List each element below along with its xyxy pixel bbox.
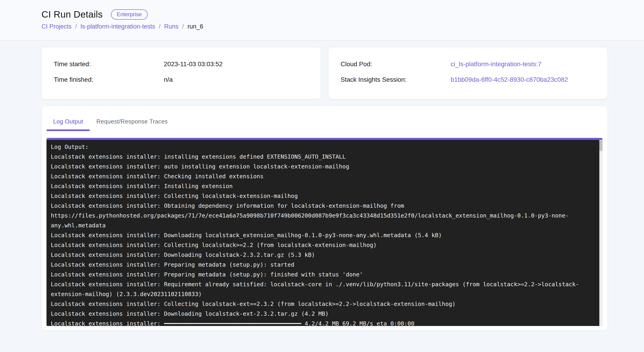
log-line: Localstack extensions installer: auto in…: [51, 162, 596, 171]
session-card: Cloud Pod: ci_ls-platform-integration-te…: [328, 47, 608, 99]
log-line: Localstack extensions installer: Obtaini…: [51, 201, 596, 211]
log-line: any.whl.metadata: [51, 221, 596, 230]
log-line: Localstack extensions installer: Downloa…: [51, 250, 596, 260]
main-content: Time started: 2023-11-03 03:03:52 Time f…: [0, 41, 644, 330]
breadcrumb-link-runs[interactable]: Runs: [164, 23, 178, 30]
log-line: Localstack extensions installer: Checkin…: [51, 171, 596, 181]
log-line: Log Output:: [51, 142, 596, 152]
time-started-value: 2023-11-03 03:03:52: [164, 61, 223, 68]
log-scrollbar-thumb[interactable]: [599, 140, 602, 151]
info-cards-row: Time started: 2023-11-03 03:03:52 Time f…: [42, 47, 608, 99]
breadcrumb-link-ci-projects[interactable]: CI Projects: [42, 23, 72, 30]
cloud-pod-row: Cloud Pod: ci_ls-platform-integration-te…: [341, 61, 598, 68]
log-card: Log Output Request/Response Traces Log O…: [42, 106, 608, 330]
breadcrumb: CI Projects / ls-platform-integration-te…: [42, 23, 644, 30]
tab-request-response-traces-label: Request/Response Traces: [96, 118, 168, 125]
time-finished-value: n/a: [164, 76, 173, 83]
breadcrumb-separator: /: [159, 23, 161, 30]
log-line: Localstack extensions installer: Collect…: [51, 240, 596, 250]
log-line: Localstack extensions installer: Collect…: [51, 191, 596, 201]
log-line: Localstack extensions installer: Downloa…: [51, 230, 596, 240]
breadcrumb-link-project[interactable]: ls-platform-integration-tests: [81, 23, 155, 30]
page-header: CI Run Details Enterprise CI Projects / …: [0, 0, 644, 41]
time-finished-label: Time finished:: [54, 76, 164, 83]
time-started-row: Time started: 2023-11-03 03:03:52: [54, 61, 312, 68]
breadcrumb-separator: /: [182, 23, 184, 30]
active-tab-indicator: [46, 129, 90, 131]
stack-insights-session-label: Stack Insights Session:: [341, 76, 451, 83]
run-times-card: Time started: 2023-11-03 03:03:52 Time f…: [42, 47, 321, 99]
log-line: Localstack extensions installer: Require…: [51, 279, 596, 289]
cloud-pod-link[interactable]: ci_ls-platform-integration-tests:7: [451, 61, 542, 68]
log-line: Localstack extensions installer: Downloa…: [51, 309, 596, 319]
log-line: Localstack extensions installer: install…: [51, 152, 596, 162]
page-title: CI Run Details: [42, 9, 103, 20]
tab-log-output-label: Log Output: [53, 118, 83, 125]
cloud-pod-label: Cloud Pod:: [341, 61, 451, 68]
terminal-body[interactable]: Log Output: Localstack extensions instal…: [46, 140, 602, 326]
terminal-progress-bar: [46, 138, 602, 140]
time-finished-row: Time finished: n/a: [54, 76, 312, 83]
ci-run-details-page: CI Run Details Enterprise CI Projects / …: [0, 0, 644, 330]
enterprise-badge: Enterprise: [111, 9, 148, 20]
breadcrumb-current: run_6: [188, 23, 203, 30]
breadcrumb-separator: /: [75, 23, 77, 30]
log-terminal: Log Output: Localstack extensions instal…: [46, 138, 602, 326]
log-line: Localstack extensions installer: Install…: [51, 181, 596, 191]
title-row: CI Run Details Enterprise: [42, 9, 644, 20]
log-line: extension-mailhog) (2.3.3.dev20231102110…: [51, 289, 596, 299]
time-started-label: Time started:: [54, 61, 164, 68]
stack-insights-session-row: Stack Insights Session: b1bb09da-6ff0-4c…: [341, 76, 598, 83]
log-output-text: Log Output: Localstack extensions instal…: [46, 140, 602, 326]
tabs: Log Output Request/Response Traces: [46, 106, 602, 131]
log-line: Localstack extensions installer: ━━━━━━━…: [51, 319, 596, 326]
tab-log-output[interactable]: Log Output: [46, 118, 90, 131]
stack-insights-session-link[interactable]: b1bb09da-6ff0-4c52-8930-c870ba23c082: [451, 76, 568, 83]
log-scrollbar[interactable]: [599, 140, 602, 326]
log-line: Localstack extensions installer: Prepari…: [51, 270, 596, 279]
tab-request-response-traces[interactable]: Request/Response Traces: [90, 118, 174, 131]
log-line: https://files.pythonhosted.org/packages/…: [51, 211, 596, 221]
log-line: Localstack extensions installer: Collect…: [51, 299, 596, 309]
log-line: Localstack extensions installer: Prepari…: [51, 260, 596, 270]
